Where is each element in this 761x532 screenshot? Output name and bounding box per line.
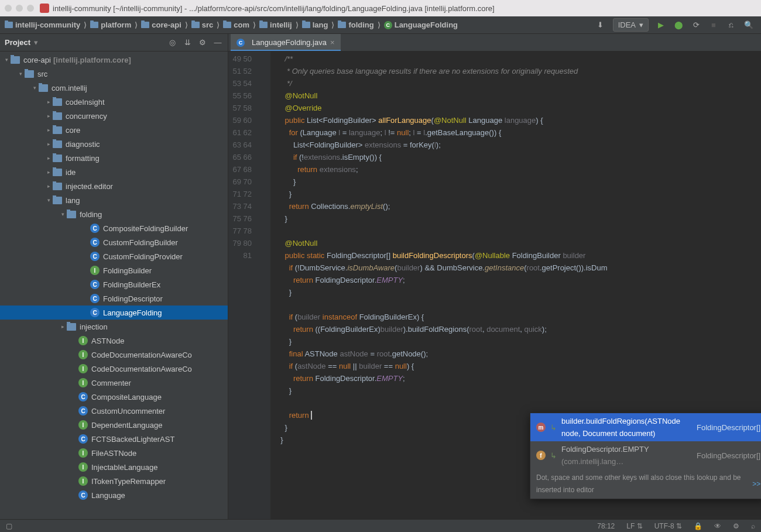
folder-icon bbox=[223, 22, 231, 28]
tree-node[interactable]: ▸ide bbox=[0, 165, 228, 179]
method-icon: m bbox=[536, 423, 546, 432]
tree-node[interactable]: ▸diagnostic bbox=[0, 137, 228, 151]
tree-node[interactable]: CCompositeLanguage bbox=[0, 390, 228, 404]
tree-node[interactable]: CCustomFoldingProvider bbox=[0, 249, 228, 263]
tool-window-icon[interactable]: ▢ bbox=[6, 522, 12, 530]
tree-node[interactable]: CFCTSBackedLighterAST bbox=[0, 432, 228, 446]
tree-node[interactable]: IFileASTNode bbox=[0, 446, 228, 460]
tree-node[interactable]: CLanguageFolding bbox=[0, 306, 228, 320]
folder-icon bbox=[53, 140, 62, 148]
folder-icon bbox=[11, 56, 20, 64]
completion-item[interactable]: f↳FoldingDescriptor.EMPTY (com.intellij.… bbox=[530, 441, 761, 469]
tree-node[interactable]: ▾lang bbox=[0, 193, 228, 207]
close-icon[interactable]: × bbox=[330, 38, 335, 47]
class-icon: C bbox=[90, 252, 100, 261]
breadcrumb-item[interactable]: core-api bbox=[139, 19, 184, 30]
tree-node[interactable]: CCustomUncommenter bbox=[0, 404, 228, 418]
folder-icon bbox=[5, 22, 13, 28]
folder-icon bbox=[338, 22, 346, 28]
window-title: intellij-community [~/intellij-community… bbox=[53, 4, 495, 13]
class-icon: C bbox=[90, 238, 100, 247]
tree-node[interactable]: CFoldingDescriptor bbox=[0, 291, 228, 306]
breadcrumb-item[interactable]: intellij bbox=[257, 19, 294, 30]
target-icon[interactable]: ◎ bbox=[167, 37, 177, 48]
gutter[interactable]: 49 50 51 52 53 54 55 56 57 58 59 60 61 6… bbox=[228, 52, 260, 519]
tree-node[interactable]: ▸concurrency bbox=[0, 109, 228, 123]
lock-icon[interactable]: 🔒 bbox=[694, 522, 702, 530]
class-icon: C bbox=[384, 21, 392, 29]
hide-icon[interactable]: — bbox=[212, 37, 223, 48]
interface-icon: I bbox=[78, 448, 88, 458]
tree-node[interactable]: IDependentLanguage bbox=[0, 418, 228, 432]
run-config-selector[interactable]: IDEA ▾ bbox=[613, 18, 649, 32]
tree-node[interactable]: ▸formatting bbox=[0, 151, 228, 165]
inspect-icon[interactable]: 👁 bbox=[714, 522, 721, 530]
tree-node[interactable]: ▸core bbox=[0, 123, 228, 137]
debug-icon[interactable]: ⬤ bbox=[673, 20, 684, 30]
breadcrumb-item[interactable]: platform bbox=[88, 19, 133, 30]
app-icon bbox=[40, 4, 49, 13]
tree-node[interactable]: ICodeDocumentationAwareCo bbox=[0, 362, 228, 376]
gutter-icons[interactable] bbox=[260, 52, 270, 519]
vcs-icon[interactable]: ⎌ bbox=[726, 20, 736, 30]
interface-icon: I bbox=[78, 420, 88, 430]
tree-node[interactable]: ▾folding bbox=[0, 207, 228, 221]
tab-label: LanguageFolding.java bbox=[252, 38, 327, 47]
tree-node[interactable]: IFoldingBuilder bbox=[0, 263, 228, 277]
run-icon[interactable]: ▶ bbox=[656, 20, 666, 30]
code-editor[interactable]: 49 50 51 52 53 54 55 56 57 58 59 60 61 6… bbox=[228, 52, 761, 519]
tree-node[interactable]: IITokenTypeRemapper bbox=[0, 474, 228, 488]
completion-popup[interactable]: m↳builder.buildFoldRegions(ASTNode node,… bbox=[530, 413, 761, 499]
folder-icon bbox=[90, 22, 98, 28]
stop-icon[interactable]: ■ bbox=[708, 20, 719, 30]
folder-icon bbox=[53, 126, 62, 134]
breadcrumbs[interactable]: intellij-community⟩platform⟩core-api⟩src… bbox=[2, 19, 591, 30]
completion-hint: Dot, space and some other keys will also… bbox=[530, 469, 761, 499]
tree-node[interactable]: IASTNode bbox=[0, 334, 228, 348]
folder-icon bbox=[39, 84, 48, 92]
hector-icon[interactable]: ⚙ bbox=[733, 522, 739, 530]
breadcrumb-item[interactable]: intellij-community bbox=[2, 19, 83, 30]
window-controls[interactable] bbox=[5, 5, 34, 12]
project-tool-header[interactable]: Project ▾ ◎ ⇊ ⚙ — bbox=[0, 34, 228, 52]
tree-node[interactable]: CFoldingBuilderEx bbox=[0, 277, 228, 291]
caret-position[interactable]: 78:12 bbox=[597, 522, 615, 530]
project-tree[interactable]: ▾core-api[intellij.platform.core]▾src▾co… bbox=[0, 52, 228, 519]
tree-node[interactable]: CLanguage bbox=[0, 488, 228, 502]
breadcrumb-item[interactable]: com bbox=[221, 19, 252, 30]
interface-icon: I bbox=[78, 476, 88, 486]
line-separator[interactable]: LF ⇅ bbox=[626, 522, 642, 530]
tree-node[interactable]: IInjectableLanguage bbox=[0, 460, 228, 474]
breadcrumb-item[interactable]: folding bbox=[335, 19, 376, 30]
project-sidebar: Project ▾ ◎ ⇊ ⚙ — ▾core-api[intellij.pla… bbox=[0, 34, 228, 519]
tree-node[interactable]: CCustomFoldingBuilder bbox=[0, 235, 228, 249]
folder-icon bbox=[53, 98, 62, 106]
notifications-icon[interactable]: ⌕ bbox=[751, 522, 755, 530]
tree-node[interactable]: ▾core-api[intellij.platform.core] bbox=[0, 53, 228, 67]
breadcrumb-item[interactable]: lang bbox=[300, 19, 331, 30]
breadcrumb-item[interactable]: CLanguageFolding bbox=[382, 19, 460, 30]
tree-node[interactable]: ICodeDocumentationAwareCo bbox=[0, 348, 228, 362]
folder-icon bbox=[25, 70, 34, 78]
tree-node[interactable]: ICommenter bbox=[0, 376, 228, 390]
collapse-icon[interactable]: ⇊ bbox=[182, 37, 193, 48]
encoding[interactable]: UTF-8 ⇅ bbox=[654, 522, 682, 530]
interface-icon: I bbox=[78, 350, 88, 359]
hint-link[interactable]: >> bbox=[752, 478, 760, 490]
interface-icon: I bbox=[78, 336, 88, 345]
search-icon[interactable]: 🔍 bbox=[743, 20, 754, 30]
completion-item[interactable]: m↳builder.buildFoldRegions(ASTNode node,… bbox=[530, 413, 761, 441]
tree-node[interactable]: ▸injection bbox=[0, 320, 228, 334]
tree-node[interactable]: ▸codeInsight bbox=[0, 95, 228, 109]
tree-node[interactable]: ▾com.intellij bbox=[0, 81, 228, 95]
folder-icon bbox=[191, 22, 200, 28]
coverage-icon[interactable]: ⟳ bbox=[691, 20, 701, 30]
editor-tab[interactable]: C LanguageFolding.java × bbox=[231, 34, 341, 51]
tree-node[interactable]: ▸injected.editor bbox=[0, 179, 228, 193]
tree-node[interactable]: ▾src bbox=[0, 67, 228, 81]
tree-node[interactable]: CCompositeFoldingBuilder bbox=[0, 221, 228, 235]
breadcrumb-item[interactable]: src bbox=[189, 19, 216, 30]
build-icon[interactable]: ⬇ bbox=[595, 20, 606, 30]
class-icon: C bbox=[90, 294, 100, 303]
gear-icon[interactable]: ⚙ bbox=[197, 37, 208, 48]
